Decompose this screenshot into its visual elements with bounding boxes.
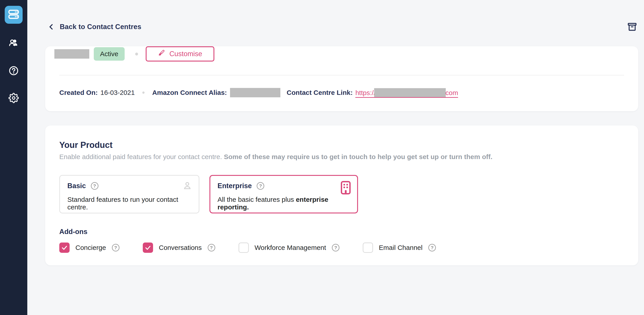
addons-title: Add-ons: [59, 228, 624, 236]
addon-workforce-management: Workforce Management ?: [238, 242, 340, 253]
page-header: Back to Contact Centres: [45, 22, 638, 32]
separator-dot: [135, 52, 138, 56]
addon-label: Concierge: [76, 244, 106, 252]
person-icon: [182, 180, 192, 192]
paintbrush-icon: [158, 50, 165, 58]
sidebar-item-settings[interactable]: [0, 93, 27, 104]
building-icon: [340, 181, 351, 196]
plan-name: Basic: [67, 182, 86, 190]
connect-alias-redacted: [230, 88, 280, 97]
created-on-label: Created On:: [59, 89, 98, 96]
plan-name: Enterprise: [218, 182, 252, 190]
back-chevron-icon[interactable]: [47, 22, 56, 31]
connect-alias-label: Amazon Connect Alias:: [152, 89, 227, 96]
plan-description-normal: All the basic features plus: [218, 196, 296, 203]
link-prefix: https://: [355, 89, 376, 97]
addon-conversations: Conversations ?: [143, 242, 215, 253]
plan-card-enterprise[interactable]: Enterprise ? All the basic features plus…: [210, 175, 358, 214]
subtitle-normal: Enable additional paid features for your…: [59, 153, 224, 160]
product-section-title: Your Product: [59, 126, 624, 150]
addon-label: Conversations: [159, 244, 202, 252]
users-icon: [8, 38, 19, 49]
plan-title-row: Enterprise ?: [218, 182, 350, 190]
settings-icon: [8, 93, 19, 104]
customise-button[interactable]: Customise: [146, 46, 214, 62]
archive-icon[interactable]: [627, 22, 637, 32]
concierge-checkbox[interactable]: [59, 242, 70, 253]
sidebar-item-help[interactable]: [0, 66, 27, 76]
centre-link-label: Contact Centre Link:: [287, 89, 353, 96]
addon-label: Email Channel: [379, 244, 422, 252]
contact-centre-card: Active Customise Created On: 16-03-2021 …: [45, 46, 638, 111]
your-product-card: Your Product Enable additional paid feat…: [45, 126, 638, 265]
centre-top-row: Active Customise: [59, 46, 624, 62]
status-badge: Active: [94, 47, 125, 61]
link-redacted: [374, 88, 446, 97]
plan-card-basic[interactable]: Basic ? Standard features to run your co…: [59, 175, 200, 214]
help-circle-icon[interactable]: ?: [208, 244, 215, 252]
back-link[interactable]: Back to Contact Centres: [60, 23, 142, 31]
server-logo-icon: [8, 8, 20, 21]
help-circle-icon[interactable]: ?: [91, 182, 98, 190]
contact-centre-link[interactable]: https:// .com: [355, 88, 458, 98]
main-content: Back to Contact Centres Active Cu: [27, 22, 644, 265]
help-icon: [9, 66, 18, 76]
centre-meta-row: Created On: 16-03-2021 Amazon Connect Al…: [59, 88, 624, 97]
email-channel-checkbox[interactable]: [363, 242, 373, 253]
workforce-management-checkbox[interactable]: [238, 242, 249, 253]
plan-description: All the basic features plus enterprise r…: [218, 196, 350, 211]
plan-description: Standard features to run your contact ce…: [67, 196, 191, 211]
card-divider: [59, 75, 624, 76]
addon-label: Workforce Management: [255, 244, 326, 252]
centre-name-redacted: [54, 49, 89, 58]
addon-concierge: Concierge ?: [59, 242, 120, 253]
separator-dot: [142, 92, 144, 94]
product-section-subtitle: Enable additional paid features for your…: [59, 153, 624, 161]
created-on-value: 16-03-2021: [100, 89, 135, 96]
customise-button-label: Customise: [170, 50, 202, 58]
conversations-checkbox[interactable]: [143, 242, 153, 253]
help-circle-icon[interactable]: ?: [257, 182, 264, 190]
help-circle-icon[interactable]: ?: [112, 244, 120, 252]
help-circle-icon[interactable]: ?: [428, 244, 436, 252]
addon-email-channel: Email Channel ?: [363, 242, 436, 253]
plans-row: Basic ? Standard features to run your co…: [59, 175, 624, 214]
subtitle-bold: Some of these may require us to get in t…: [224, 153, 492, 160]
app-logo[interactable]: [5, 6, 22, 24]
help-circle-icon[interactable]: ?: [332, 244, 340, 252]
sidebar-item-users[interactable]: [0, 38, 27, 49]
sidebar: [0, 0, 27, 315]
addons-row: Concierge ? Conversations ? Workforce Ma…: [59, 242, 624, 253]
plan-title-row: Basic ?: [67, 182, 191, 190]
